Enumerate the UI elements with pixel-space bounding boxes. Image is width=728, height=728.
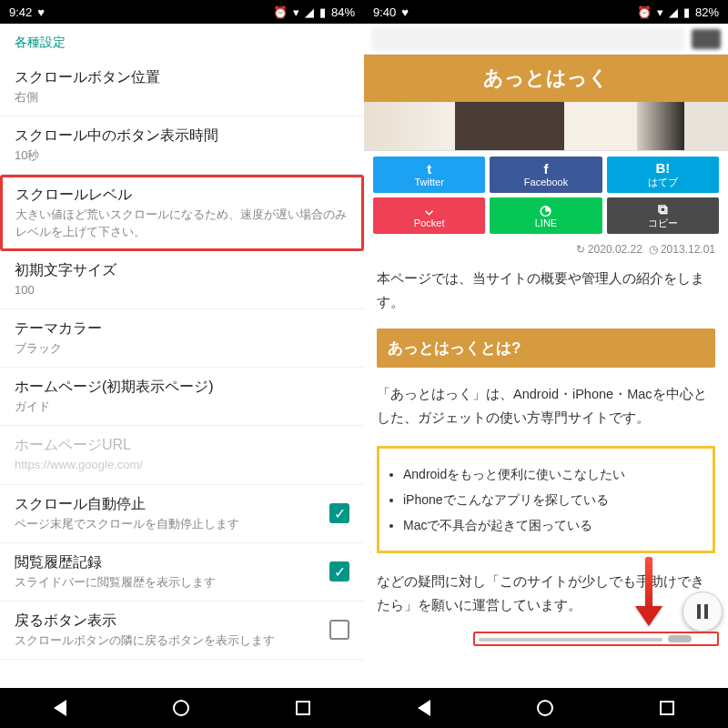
setting-subtitle: 右側 [15, 89, 349, 106]
bullet-item: Androidをもっと便利に使いこなしたい [403, 461, 703, 487]
setting-row[interactable]: ホームページ(初期表示ページ)ガイド [0, 368, 364, 426]
share-label: Pocket [414, 217, 445, 228]
clock-icon: ◷ [649, 243, 658, 256]
nav-recent-icon[interactable] [296, 701, 310, 715]
checkbox-checked-icon[interactable]: ✓ [329, 503, 349, 523]
share-twitter-button[interactable]: tTwitter [373, 157, 485, 193]
wifi-icon: ▾ [657, 5, 663, 19]
heart-icon: ♥ [401, 5, 409, 19]
statusbar-right: 9:40 ♥ ⏰ ▾ ◢ ▮ 82% [364, 0, 728, 24]
phone-left: 9:42 ♥ ⏰ ▾ ◢ ▮ 84% 各種設定 スクロールボタン位置右側スクロー… [0, 0, 364, 728]
battery-icon: ▮ [683, 5, 690, 19]
signal-icon: ◢ [305, 5, 314, 19]
share-label: Facebook [524, 177, 568, 187]
setting-title: スクロール自動停止 [15, 495, 320, 514]
setting-title: 初期文字サイズ [15, 261, 349, 280]
settings-header: 各種設定 [0, 24, 364, 58]
navbar-left [0, 688, 364, 728]
setting-subtitle: ブラック [15, 340, 349, 357]
scroll-progress-highlight [473, 632, 719, 646]
status-battery: 84% [331, 5, 355, 19]
navbar-right [364, 688, 728, 728]
nav-home-icon[interactable] [537, 700, 553, 716]
setting-row[interactable]: スクロール自動停止ページ末尾でスクロールを自動停止します✓ [0, 485, 364, 543]
setting-row[interactable]: スクロールレベル大きい値ほど荒いスクロールになるため、速度が遅い場合のみレベルを… [0, 175, 364, 250]
section-heading: あっとはっくとは? [377, 329, 715, 368]
setting-row[interactable]: テーマカラーブラック [0, 309, 364, 368]
setting-title: テーマカラー [15, 319, 349, 339]
setting-subtitle: スクロールボタンの隣に戻るボタンを表示します [15, 632, 320, 649]
share-facebook-button[interactable]: fFacebook [490, 157, 602, 193]
wifi-icon: ▾ [293, 5, 299, 19]
nav-back-icon[interactable] [54, 700, 66, 716]
setting-subtitle: https://www.google.com/ [15, 457, 349, 473]
setting-row[interactable]: スクロールボタン位置右側 [0, 58, 364, 116]
nav-home-icon[interactable] [173, 700, 189, 716]
share-pocket-button[interactable]: ⌵Pocket [373, 197, 485, 234]
signal-icon: ◢ [669, 5, 678, 19]
checkbox-unchecked-icon[interactable] [329, 620, 349, 640]
setting-title: スクロールレベル [15, 186, 349, 205]
setting-row[interactable]: スクロール中のボタン表示時間10秒 [0, 116, 364, 175]
alarm-icon: ⏰ [637, 5, 652, 19]
share-icon: ◔ [540, 203, 551, 217]
checkbox-checked-icon[interactable]: ✓ [329, 561, 349, 581]
hero-image [364, 102, 728, 151]
refresh-icon: ↻ [576, 243, 585, 256]
setting-row[interactable]: 戻るボタン表示スクロールボタンの隣に戻るボタンを表示します [0, 602, 364, 660]
setting-subtitle: ページ末尾でスクロールを自動停止します [15, 516, 320, 532]
outro-text: などの疑問に対し「このサイトが少しでも手助けできたら」を願いに運営しています。 [364, 562, 728, 672]
setting-title: ホームページURL [15, 436, 349, 455]
setting-subtitle: 10秒 [15, 147, 349, 164]
setting-subtitle: スライドバーに閲覧履歴を表示します [15, 574, 320, 591]
share-icon: ⌵ [425, 203, 433, 217]
bullet-list: Androidをもっと便利に使いこなしたいiPhoneでこんなアプリを探している… [377, 446, 715, 553]
share-label: はてブ [648, 176, 678, 189]
setting-title: 戻るボタン表示 [15, 612, 320, 631]
setting-title: ホームページ(初期表示ページ) [15, 378, 349, 397]
status-time: 9:42 [9, 5, 32, 19]
status-time: 9:40 [373, 5, 396, 19]
share-line-button[interactable]: ◔LINE [490, 197, 602, 234]
url-field[interactable] [371, 27, 684, 51]
setting-title: 閲覧履歴記録 [15, 553, 320, 572]
phone-right: 9:40 ♥ ⏰ ▾ ◢ ▮ 82% あっとはっく tTwitterfFaceb… [364, 0, 728, 728]
intro-text: 本ページでは、当サイトの概要や管理人の紹介をします。 [364, 259, 728, 321]
share-grid: tTwitterfFacebookB!はてブ⌵Pocket◔LINE⧉コピー [364, 151, 728, 239]
site-title: あっとはっく [364, 55, 728, 102]
bullet-item: iPhoneでこんなアプリを探している [403, 487, 703, 512]
webpage[interactable]: あっとはっく tTwitterfFacebookB!はてブ⌵Pocket◔LIN… [364, 24, 728, 688]
alarm-icon: ⏰ [273, 5, 288, 19]
bullet-item: Macで不具合が起きて困っている [403, 512, 703, 538]
post-dates: ↻ 2020.02.22 ◷ 2013.12.01 [364, 239, 728, 259]
share-label: LINE [535, 217, 557, 228]
setting-subtitle: 100 [15, 282, 349, 298]
settings-list[interactable]: 各種設定 スクロールボタン位置右側スクロール中のボタン表示時間10秒スクロールレ… [0, 24, 364, 688]
nav-back-icon[interactable] [418, 700, 430, 716]
setting-title: スクロールボタン位置 [15, 68, 349, 87]
heart-icon: ♥ [37, 5, 45, 19]
share-コピー-button[interactable]: ⧉コピー [607, 197, 719, 234]
setting-row[interactable]: ホームページURLhttps://www.google.com/ [0, 426, 364, 484]
share-icon: B! [655, 161, 670, 175]
address-bar[interactable] [364, 24, 728, 55]
pause-button[interactable] [682, 592, 723, 632]
setting-row[interactable]: 初期文字サイズ100 [0, 251, 364, 309]
battery-icon: ▮ [319, 5, 326, 19]
desc-text: 「あっとはっく」は、Android・iPhone・Macを中心とした、ガジェット… [364, 375, 728, 437]
nav-recent-icon[interactable] [660, 701, 674, 715]
share-はてブ-button[interactable]: B!はてブ [607, 157, 719, 193]
status-battery: 82% [695, 5, 719, 19]
setting-title: スクロール中のボタン表示時間 [15, 126, 349, 146]
setting-row[interactable]: 閲覧履歴記録スライドバーに閲覧履歴を表示します✓ [0, 543, 364, 602]
browser-menu-icon[interactable] [692, 29, 721, 49]
share-icon: t [427, 162, 431, 176]
setting-subtitle: 大きい値ほど荒いスクロールになるため、速度が遅い場合のみレベルを上げて下さい。 [15, 207, 349, 239]
setting-subtitle: ガイド [15, 399, 349, 415]
share-label: コピー [648, 217, 678, 230]
share-icon: f [543, 162, 548, 176]
statusbar-left: 9:42 ♥ ⏰ ▾ ◢ ▮ 84% [0, 0, 364, 24]
share-label: Twitter [414, 177, 443, 187]
share-icon: ⧉ [658, 202, 668, 216]
